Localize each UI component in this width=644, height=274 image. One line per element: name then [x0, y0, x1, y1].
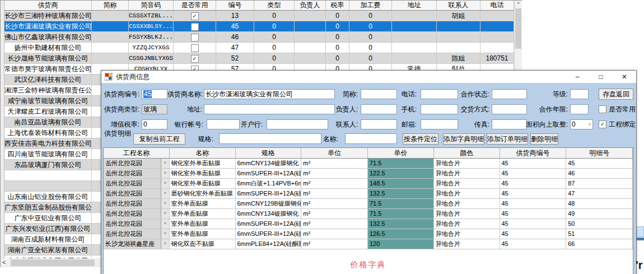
detail-column-header-price: 单价: [368, 148, 434, 159]
column-header-fee: 加工费: [349, 1, 392, 11]
table-row[interactable]: 长沙市三湘特种玻璃有限公司CSSSXTZBL...13000胡姐: [4, 11, 514, 21]
common-use-checkbox[interactable]: 是否常用: [599, 104, 636, 114]
chevron-down-icon[interactable]: ˅: [589, 120, 592, 129]
detail-cell-project[interactable]: 岳州北控花园˅: [104, 159, 170, 169]
detail-row[interactable]: 岳州北控花园˅室外单面贴膜6mmCNY134镀膜钢化m²71.5异地合片4549: [104, 209, 633, 219]
detail-cell-color: 异地合片: [434, 159, 500, 169]
chevron-down-icon[interactable]: ˅: [161, 229, 169, 239]
detail-row[interactable]: 岳州北控花园˅钢化室外单面贴膜6mm白玻+1.14PVB+6mm...m²148…: [104, 179, 633, 189]
vertical-scrollbar-thumb[interactable]: [515, 8, 521, 49]
detail-cell-price: 122.5: [368, 169, 434, 179]
chevron-down-icon[interactable]: ˅: [161, 159, 169, 168]
email-input[interactable]: [421, 119, 458, 129]
mobile-input[interactable]: [421, 104, 458, 114]
table-row[interactable]: 长沙晟格节能玻璃有限公司CSSGJNBLYXGS52000陈姐180751: [4, 53, 514, 64]
detail-cell-project[interactable]: 岳州北控花园˅: [104, 169, 170, 179]
background-window-fragment-bar: [637, 238, 644, 240]
grade-label: 等级:: [532, 90, 568, 98]
scroll-up-icon[interactable]: ^: [515, 1, 522, 7]
name-filter-input[interactable]: [345, 133, 397, 144]
detail-row[interactable]: 长沙龙湖祺鑫星座˅钢化双面不贴膜6mmPLE84+12A(硅酮胶...m²120…: [104, 239, 633, 249]
chevron-down-icon[interactable]: ˅: [161, 209, 169, 219]
detail-row[interactable]: 岳州北控花园˅室外单面贴膜6mmCNY129B镀膜钢化m²71.5异地合片454…: [104, 199, 633, 209]
chevron-down-icon[interactable]: ˅: [161, 189, 169, 198]
common-use-checkbox[interactable]: [191, 44, 199, 52]
detail-cell-unit: m²: [301, 219, 368, 229]
detail-row[interactable]: 岳州北控花园˅磨砂钢化室外单面贴膜6mmSUPER-III+12A(硅...m²…: [104, 189, 633, 199]
scroll-left-icon[interactable]: <: [2, 259, 6, 266]
detail-cell-price: 71.5: [368, 159, 434, 169]
cell-name: 武汉亿泽科技有限公司: [4, 75, 92, 85]
cell-type: 0: [254, 11, 295, 21]
common-use-checkbox[interactable]: [191, 34, 199, 41]
address-input[interactable]: [204, 104, 335, 114]
table-row[interactable]: 佛山市亿鑫玻璃科技有限公司FSSYXBLKJ...46000: [4, 32, 514, 43]
column-header-code: 简音码: [129, 1, 174, 11]
delivery-method-input[interactable]: [492, 104, 527, 114]
table-row[interactable]: 长沙市潇湘玻璃实业有限公司CSSXXBLSY...45000: [4, 21, 514, 32]
chevron-down-icon[interactable]: ˅: [161, 239, 169, 249]
copy-current-project-button[interactable]: 复制当前工程: [133, 133, 185, 145]
coop-status-input[interactable]: [492, 89, 527, 99]
table-row[interactable]: 扬州中勤建材有限公司YZZQJCYXGS47000: [4, 43, 514, 53]
detail-cell-supplier_no: 45: [500, 159, 567, 169]
column-header-tax: 税率: [326, 1, 349, 11]
project-bind-checkbox[interactable]: 工程绑定: [599, 119, 636, 129]
supplier-name-input[interactable]: 长沙市潇湘玻璃实业有限公司: [204, 89, 335, 99]
checkbox-icon[interactable]: [599, 105, 606, 113]
common-use-checkbox[interactable]: [191, 23, 199, 31]
grade-input[interactable]: [570, 89, 589, 99]
partial-text-artifact: 'r: [636, 259, 643, 272]
locate-by-condition-button[interactable]: 按条件定位: [403, 133, 438, 145]
spec-filter-input[interactable]: [219, 133, 321, 144]
detail-cell-color: 异地合片: [434, 219, 500, 229]
detail-row[interactable]: 岳州北控花园˅钢化室外单面贴膜6mmSUPER-III+12A(硅...m²12…: [104, 169, 633, 179]
maximize-button[interactable]: □: [589, 71, 613, 83]
detail-cell-supplier_no: 45: [500, 189, 567, 199]
supplier-no-input[interactable]: 45: [142, 89, 167, 99]
detail-cell-project[interactable]: 岳州北控花园˅: [104, 199, 170, 209]
common-use-checkbox[interactable]: [191, 12, 199, 20]
area-round-label: 面积向上取整:: [519, 120, 568, 128]
chevron-down-icon[interactable]: ˅: [161, 169, 169, 178]
chevron-down-icon[interactable]: ˅: [161, 179, 169, 188]
chevron-down-icon[interactable]: ˅: [161, 199, 169, 208]
chevron-down-icon[interactable]: ˅: [161, 219, 169, 229]
vat-rate-input[interactable]: 0: [142, 119, 167, 129]
bank-branch-input[interactable]: [267, 119, 328, 129]
detail-cell-detail_no: 49: [566, 209, 633, 219]
horizontal-scrollbar-thumb[interactable]: [11, 259, 95, 266]
detail-cell-project[interactable]: 岳州北控花园˅: [104, 189, 170, 199]
cell-name: 上海优泰装饰材料有限公司: [4, 128, 92, 138]
detail-row[interactable]: 岳州北控花园˅钢化室外单面贴膜6mmCNY134镀膜钢化m²71.5异地合片45…: [104, 159, 633, 169]
detail-cell-project[interactable]: 岳州北控花园˅: [104, 219, 170, 229]
detail-cell-color: 异地合片: [434, 229, 500, 239]
save-return-button[interactable]: 存盘返回: [599, 89, 633, 100]
coop-years-input[interactable]: [570, 104, 589, 114]
cell-code: YZZQJCYXGS: [129, 43, 174, 53]
checkbox-icon[interactable]: [599, 120, 606, 128]
detail-row[interactable]: 岳州北控花园˅室外单面贴膜6mmSUPER-III+12A(硅...m²132.…: [104, 219, 633, 229]
phone-input[interactable]: [421, 89, 458, 99]
project-bind-label: 工程绑定: [609, 120, 636, 129]
common-use-checkbox[interactable]: [191, 55, 199, 63]
add-dict-detail-button[interactable]: 添加字典明细: [443, 133, 484, 145]
abbr-label: 简称:: [322, 90, 358, 98]
detail-cell-name: 钢化双面不贴膜: [170, 239, 236, 249]
area-round-combobox[interactable]: 0 ˅: [570, 119, 593, 129]
detail-cell-project[interactable]: 长沙龙湖祺鑫星座˅: [104, 239, 170, 249]
close-button[interactable]: ✕: [613, 71, 636, 83]
cell-manager: [295, 32, 326, 43]
bank-account-input[interactable]: [207, 119, 240, 129]
detail-cell-project[interactable]: 岳州北控花园˅: [104, 229, 170, 239]
detail-cell-project[interactable]: 岳州北控花园˅: [104, 179, 170, 189]
add-order-detail-button[interactable]: 添加订单明细: [487, 133, 528, 145]
project-combo-value: 岳州北控花园: [105, 179, 142, 188]
dialog-titlebar[interactable]: 供货商信息 – □ ✕: [101, 71, 636, 83]
detail-cell-detail_no: 46: [566, 169, 633, 179]
minimize-button[interactable]: –: [566, 71, 589, 83]
delete-detail-button[interactable]: 删除明细: [530, 133, 558, 145]
detail-row[interactable]: 岳州北控花园˅室外单面贴膜6mmSUPER-III+12A(硅...m²126.…: [104, 229, 633, 239]
detail-cell-project[interactable]: 岳州北控花园˅: [104, 209, 170, 219]
supplier-type-input[interactable]: 玻璃: [142, 104, 167, 114]
